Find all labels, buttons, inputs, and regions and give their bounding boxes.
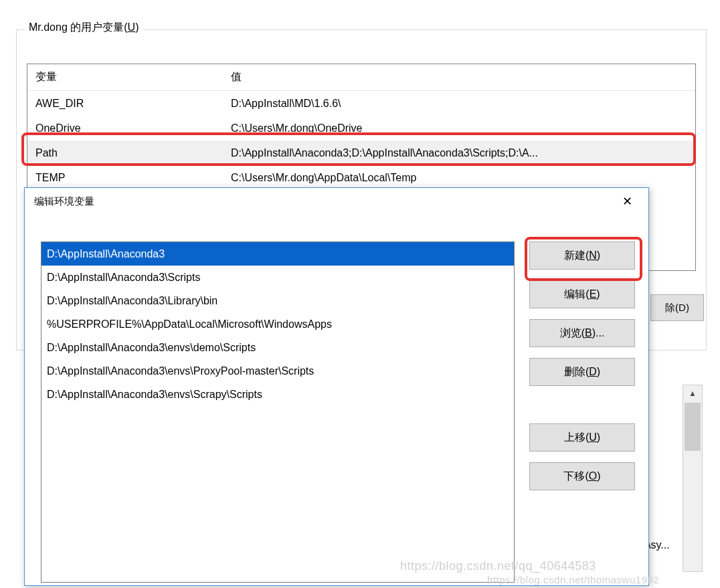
edit-button[interactable]: 编辑(E)	[529, 280, 635, 308]
move-down-button[interactable]: 下移(O)	[529, 462, 635, 490]
new-button[interactable]: 新建(N)	[529, 241, 635, 270]
table-row[interactable]: AWE_DIRD:\AppInstall\MD\1.6.6\	[27, 91, 695, 116]
user-vars-title-post: )	[135, 21, 139, 33]
dialog-title: 编辑环境变量	[34, 195, 612, 208]
list-item[interactable]: D:\AppInstall\Anaconda3\Library\bin	[41, 289, 514, 312]
dialog-body: D:\AppInstall\Anaconda3D:\AppInstall\Ana…	[25, 215, 648, 585]
close-icon: ✕	[622, 194, 632, 209]
move-up-button[interactable]: 上移(U)	[529, 423, 635, 452]
path-list[interactable]: D:\AppInstall\Anaconda3D:\AppInstall\Ana…	[41, 241, 515, 583]
var-name: OneDrive	[35, 122, 231, 134]
window-root: Mr.dong 的用户变量(U) 变量 值 AWE_DIRD:\AppInsta…	[0, 0, 720, 588]
var-value: D:\AppInstall\MD\1.6.6\	[231, 98, 695, 110]
dialog-buttons: 新建(N) 编辑(E) 浏览(B)... 删除(D) 上移(U) 下移(O)	[529, 241, 635, 501]
list-item[interactable]: D:\AppInstall\Anaconda3\envs\ProxyPool-m…	[41, 359, 514, 383]
dialog-titlebar[interactable]: 编辑环境变量 ✕	[25, 188, 648, 215]
bg-scrollbar[interactable]: ▲	[683, 385, 703, 572]
scroll-up-icon[interactable]: ▲	[683, 385, 702, 401]
delete-button[interactable]: 删除(D)	[529, 358, 635, 386]
bg-delete-label: 除(D)	[665, 302, 689, 314]
list-item[interactable]: D:\AppInstall\Anaconda3\envs\Scrapy\Scri…	[41, 383, 514, 406]
close-button[interactable]: ✕	[612, 191, 642, 211]
var-name: AWE_DIR	[35, 98, 231, 110]
user-vars-title: Mr.dong 的用户变量(U)	[25, 21, 143, 35]
user-vars-header-row: 变量 值	[27, 64, 695, 91]
user-vars-title-hotkey: U	[128, 21, 136, 33]
table-row[interactable]: PathD:\AppInstall\Anaconda3;D:\AppInstal…	[27, 140, 695, 165]
var-value: C:\Users\Mr.dong\OneDrive	[231, 122, 695, 134]
var-value: D:\AppInstall\Anaconda3;D:\AppInstall\An…	[231, 147, 695, 159]
table-row[interactable]: TEMPC:\Users\Mr.dong\AppData\Local\Temp	[27, 165, 695, 190]
user-vars-header-name: 变量	[35, 70, 231, 84]
bg-delete-button[interactable]: 除(D)	[650, 294, 704, 321]
var-value: C:\Users\Mr.dong\AppData\Local\Temp	[231, 172, 695, 184]
edit-path-dialog: 编辑环境变量 ✕ D:\AppInstall\Anaconda3D:\AppIn…	[24, 187, 649, 586]
scroll-thumb[interactable]	[685, 403, 701, 451]
var-name: Path	[35, 147, 231, 159]
var-name: TEMP	[35, 172, 231, 184]
list-item[interactable]: D:\AppInstall\Anaconda3	[41, 242, 514, 266]
table-row[interactable]: OneDriveC:\Users\Mr.dong\OneDrive	[27, 116, 695, 140]
list-item[interactable]: D:\AppInstall\Anaconda3\Scripts	[41, 266, 514, 289]
list-item[interactable]: D:\AppInstall\Anaconda3\envs\demo\Script…	[41, 336, 514, 359]
browse-button[interactable]: 浏览(B)...	[529, 319, 635, 347]
bg-truncated-text: \sy...	[648, 539, 670, 551]
user-vars-title-pre: Mr.dong 的用户变量(	[29, 21, 128, 33]
list-item[interactable]: %USERPROFILE%\AppData\Local\Microsoft\Wi…	[41, 312, 514, 336]
user-vars-header-value: 值	[231, 70, 695, 84]
